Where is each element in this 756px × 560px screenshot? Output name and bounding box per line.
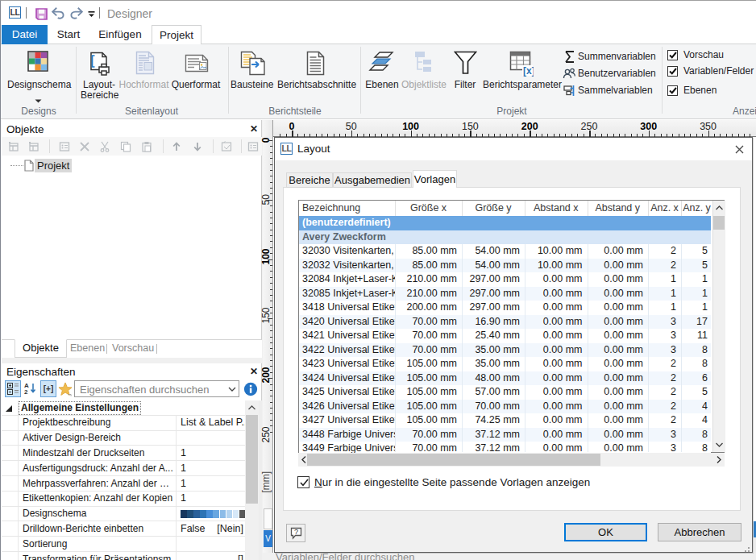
svg-text:2: 2 <box>24 388 28 395</box>
svg-text:[x]: [x] <box>523 65 534 77</box>
svg-text:?: ? <box>294 528 298 536</box>
